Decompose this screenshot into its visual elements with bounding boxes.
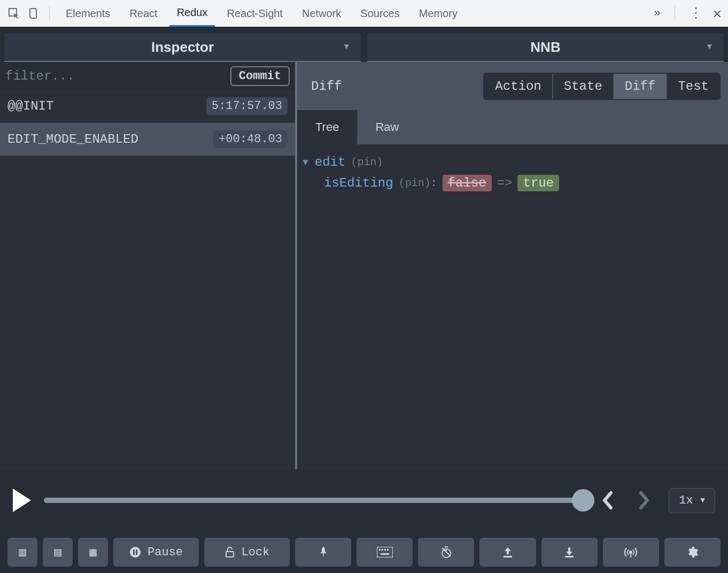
action-name: EDIT_MODE_ENABLED <box>7 132 138 146</box>
inspector-header: Diff Action State Diff Test <box>297 62 728 110</box>
dock-left-icon: ▥ <box>19 545 26 560</box>
remote-button[interactable] <box>603 538 659 567</box>
tab-sources[interactable]: Sources <box>353 0 407 27</box>
monitor-selector-label: Inspector <box>151 39 214 56</box>
kebab-menu-icon[interactable]: ⋮ <box>689 5 703 22</box>
old-value: false <box>443 175 492 191</box>
action-item[interactable]: EDIT_MODE_ENABLED +00:48.03 <box>0 123 295 156</box>
pin-label[interactable]: (pin): <box>399 177 437 189</box>
pin-label[interactable]: (pin) <box>351 156 383 168</box>
svg-rect-4 <box>136 549 137 555</box>
svg-rect-9 <box>384 549 386 551</box>
new-value: true <box>517 175 559 191</box>
state-view-button[interactable]: State <box>552 74 613 99</box>
speed-selector[interactable]: 1x ▼ <box>669 488 715 513</box>
diff-tree: ▼ edit (pin) isEditing (pin): false => t… <box>297 144 728 469</box>
svg-rect-11 <box>381 553 389 555</box>
filter-input[interactable] <box>5 69 225 83</box>
close-icon[interactable]: ✕ <box>712 4 722 22</box>
dock-right-icon: ▦ <box>89 545 96 560</box>
action-list-panel: Commit @@INIT 5:17:57.03 EDIT_MODE_ENABL… <box>0 62 297 469</box>
tab-react-sight[interactable]: React-Sight <box>219 0 290 27</box>
pin-icon <box>319 546 328 558</box>
view-buttons: Action State Diff Test <box>483 73 721 100</box>
dispatcher-button[interactable] <box>357 538 413 567</box>
tree-key: isEditing <box>324 176 393 190</box>
subtabs: Tree Raw <box>297 110 728 144</box>
chevron-down-icon: ▼ <box>707 42 712 52</box>
tree-subtab[interactable]: Tree <box>297 110 357 144</box>
persist-button[interactable] <box>418 538 474 567</box>
speed-label: 1x <box>679 494 693 507</box>
lock-label: Lock <box>242 546 270 559</box>
instance-selector-label: NNB <box>530 39 560 56</box>
svg-rect-8 <box>382 549 383 551</box>
dock-right-button[interactable]: ▦ <box>78 538 108 567</box>
arrow-icon: => <box>497 176 513 190</box>
lock-button[interactable]: Lock <box>204 538 290 567</box>
inspector-panel: Diff Action State Diff Test Tree Raw ▼ e… <box>297 62 728 469</box>
separator <box>675 6 675 21</box>
dock-bottom-button[interactable]: ▤ <box>43 538 73 567</box>
step-back-button[interactable] <box>596 490 619 511</box>
inspector-title: Diff <box>305 79 342 94</box>
dock-bottom-icon: ▤ <box>54 545 61 560</box>
pause-button[interactable]: Pause <box>113 538 199 567</box>
upload-icon <box>502 546 514 558</box>
pin-button[interactable] <box>295 538 351 567</box>
test-view-button[interactable]: Test <box>666 74 719 99</box>
instance-selector[interactable]: NNB ▼ <box>367 33 724 62</box>
tree-row-root[interactable]: ▼ edit (pin) <box>303 155 723 169</box>
tab-react[interactable]: React <box>122 0 165 27</box>
import-button[interactable] <box>541 538 598 567</box>
diff-view-button[interactable]: Diff <box>613 74 667 99</box>
slider-thumb[interactable] <box>572 489 594 512</box>
main-area: Commit @@INIT 5:17:57.03 EDIT_MODE_ENABL… <box>0 62 728 469</box>
device-icon[interactable] <box>26 6 41 21</box>
action-list[interactable]: @@INIT 5:17:57.03 EDIT_MODE_ENABLED +00:… <box>0 90 295 469</box>
tab-elements[interactable]: Elements <box>58 0 118 27</box>
action-name: @@INIT <box>7 99 53 113</box>
dock-left-button[interactable]: ▥ <box>7 538 37 567</box>
pause-icon <box>129 546 141 558</box>
raw-subtab[interactable]: Raw <box>357 110 417 144</box>
svg-rect-10 <box>387 549 389 551</box>
inspect-icon[interactable] <box>6 6 21 21</box>
redux-selector-bar: Inspector ▼ NNB ▼ <box>0 27 728 62</box>
step-forward-button[interactable] <box>632 490 656 511</box>
action-view-button[interactable]: Action <box>484 74 552 99</box>
settings-button[interactable] <box>664 538 721 567</box>
tree-row-child[interactable]: isEditing (pin): false => true <box>303 175 723 191</box>
svg-rect-5 <box>226 552 234 557</box>
lock-icon <box>224 546 235 558</box>
pause-label: Pause <box>148 546 183 559</box>
svg-rect-6 <box>377 547 393 557</box>
svg-rect-1 <box>30 9 36 18</box>
tab-network[interactable]: Network <box>295 0 348 27</box>
more-tabs-icon[interactable]: » <box>654 7 661 20</box>
gear-icon <box>686 546 699 559</box>
export-button[interactable] <box>479 538 536 567</box>
tree-key: edit <box>315 155 346 169</box>
svg-rect-7 <box>379 549 381 551</box>
commit-button[interactable]: Commit <box>230 66 290 86</box>
filter-row: Commit <box>0 62 295 90</box>
action-item[interactable]: @@INIT 5:17:57.03 <box>0 90 295 123</box>
bottom-toolbar: ▥ ▤ ▦ Pause Lock <box>0 531 728 573</box>
playback-bar: 1x ▼ <box>0 469 728 531</box>
tab-redux[interactable]: Redux <box>169 0 215 27</box>
action-time: +00:48.03 <box>213 130 288 148</box>
keyboard-icon <box>377 547 393 557</box>
caret-down-icon[interactable]: ▼ <box>303 157 308 168</box>
chevron-down-icon: ▼ <box>344 42 349 52</box>
tab-memory[interactable]: Memory <box>412 0 465 27</box>
svg-rect-3 <box>133 549 135 555</box>
timeline-slider[interactable] <box>44 498 583 503</box>
download-icon <box>563 546 575 558</box>
no-timer-icon <box>440 546 453 559</box>
svg-point-2 <box>130 547 141 557</box>
monitor-selector[interactable]: Inspector ▼ <box>4 33 361 62</box>
separator <box>49 6 50 21</box>
devtools-tab-bar: Elements React Redux React-Sight Network… <box>0 0 728 27</box>
chevron-down-icon: ▼ <box>701 496 705 505</box>
